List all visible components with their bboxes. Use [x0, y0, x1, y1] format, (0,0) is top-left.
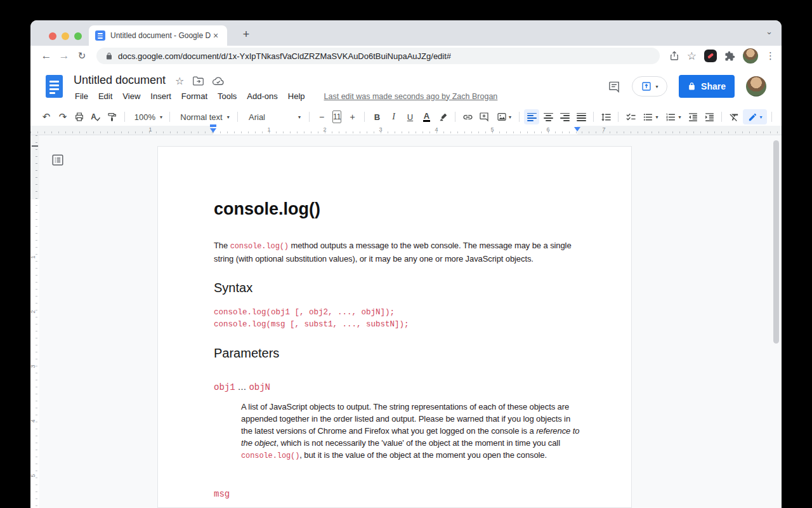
- spellcheck-button[interactable]: A: [88, 109, 103, 124]
- checklist-button[interactable]: [623, 109, 638, 124]
- forward-button[interactable]: →: [56, 48, 72, 64]
- line-spacing-button[interactable]: [598, 109, 613, 124]
- bold-button[interactable]: B: [369, 109, 384, 124]
- browser-menu-icon[interactable]: ⋮: [766, 50, 775, 62]
- ruler-number: 1: [30, 255, 36, 258]
- menu-edit[interactable]: Edit: [98, 91, 112, 101]
- doc-heading-title: console.log(): [214, 199, 320, 219]
- doc-param-obj-term: obj1 … objN: [214, 382, 270, 392]
- redo-button[interactable]: ↷: [55, 109, 70, 124]
- new-tab-button[interactable]: +: [237, 25, 255, 43]
- menu-bar: File Edit View Insert Format Tools Add-o…: [75, 91, 497, 101]
- font-select[interactable]: Arial▾: [242, 109, 304, 124]
- ruler-number: 3: [379, 126, 382, 133]
- docs-header: Untitled document ☆ File Edit View Inser…: [30, 66, 782, 108]
- share-page-icon[interactable]: [669, 51, 679, 61]
- browser-tab[interactable]: Untitled document - Google Do ×: [89, 25, 227, 46]
- star-document-icon[interactable]: ☆: [175, 75, 184, 87]
- first-line-indent-marker[interactable]: [210, 124, 216, 127]
- ruler-number: 5: [490, 126, 494, 133]
- horizontal-ruler[interactable]: 1 1 2 3 4 5 6 7: [30, 126, 782, 135]
- browser-profile-avatar[interactable]: [743, 48, 758, 64]
- document-page[interactable]: console.log() The console.log() method o…: [157, 146, 632, 508]
- ruler-number: 1: [148, 126, 152, 133]
- tab-search-chevron-icon[interactable]: ⌄: [766, 27, 773, 36]
- paint-format-button[interactable]: [105, 109, 120, 124]
- italic-button[interactable]: I: [386, 109, 401, 124]
- account-avatar[interactable]: [746, 76, 766, 97]
- add-comment-button[interactable]: [476, 109, 492, 124]
- zoom-select[interactable]: 100%▾: [129, 109, 165, 124]
- numbered-list-button[interactable]: ▾: [662, 109, 684, 124]
- insert-link-button[interactable]: [460, 109, 475, 124]
- share-button[interactable]: Share: [679, 75, 735, 98]
- insert-image-button[interactable]: ▾: [493, 109, 514, 124]
- clear-formatting-button[interactable]: [726, 109, 742, 124]
- ruler-number: 3: [30, 364, 36, 368]
- mac-minimize-button[interactable]: [62, 32, 69, 40]
- doc-intro-paragraph: The console.log() method outputs a messa…: [214, 239, 582, 265]
- editing-mode-button[interactable]: ▾: [743, 109, 767, 124]
- undo-button[interactable]: ↶: [39, 109, 54, 124]
- vertical-ruler[interactable]: 1 2 3 4 5: [30, 135, 39, 508]
- address-bar[interactable]: docs.google.com/document/d/1x-YxIpTNkasf…: [96, 48, 660, 64]
- google-docs-logo[interactable]: [46, 75, 63, 98]
- text-color-button[interactable]: A: [419, 109, 434, 124]
- align-justify-button[interactable]: [573, 109, 589, 124]
- menu-format[interactable]: Format: [181, 91, 207, 101]
- back-button[interactable]: ←: [38, 48, 55, 64]
- open-comments-icon[interactable]: [608, 81, 620, 93]
- reload-button[interactable]: ↻: [74, 48, 90, 64]
- highlight-color-button[interactable]: [435, 109, 450, 124]
- menu-insert[interactable]: Insert: [150, 91, 171, 101]
- formatting-toolbar: ↶ ↷ A 100%▾ Normal text▾ Arial▾ − 11 + B…: [30, 108, 782, 126]
- present-caret-icon: ▾: [656, 84, 658, 90]
- doc-heading-parameters: Parameters: [214, 346, 279, 361]
- align-right-button[interactable]: [557, 109, 572, 124]
- font-size-input[interactable]: 11: [332, 110, 341, 123]
- ruler-number: 1: [267, 126, 270, 133]
- document-title[interactable]: Untitled document: [74, 74, 166, 87]
- last-edit-link[interactable]: Last edit was made seconds ago by Zach B…: [324, 92, 498, 101]
- extensions-puzzle-icon[interactable]: [724, 51, 735, 62]
- align-left-button[interactable]: [524, 109, 539, 124]
- share-lock-icon: [688, 82, 696, 91]
- saved-to-drive-cloud-icon: [213, 77, 224, 86]
- tab-title: Untitled document - Google Do: [110, 31, 211, 40]
- present-button[interactable]: ▾: [632, 76, 667, 97]
- bulleted-list-button[interactable]: ▾: [639, 109, 661, 124]
- extension-badge-icon[interactable]: [704, 50, 717, 62]
- mac-close-button[interactable]: [49, 32, 56, 40]
- paragraph-styles-select[interactable]: Normal text▾: [174, 109, 233, 124]
- ruler-number: 4: [435, 126, 438, 133]
- google-docs-favicon: [95, 30, 105, 41]
- menu-tools[interactable]: Tools: [218, 91, 237, 101]
- bookmark-star-icon[interactable]: ☆: [687, 50, 697, 63]
- menu-view[interactable]: View: [122, 91, 140, 101]
- decrease-indent-button[interactable]: [685, 109, 700, 124]
- doc-param-msg-term: msg: [214, 488, 230, 499]
- lock-icon: [105, 52, 113, 60]
- menu-help[interactable]: Help: [288, 91, 305, 101]
- menu-file[interactable]: File: [75, 91, 88, 101]
- tab-close-icon[interactable]: ×: [213, 30, 218, 41]
- browser-toolbar: ← → ↻ docs.google.com/document/d/1x-YxIp…: [30, 46, 782, 66]
- ruler-number: 7: [602, 126, 605, 133]
- present-arrow-icon: [641, 81, 652, 91]
- menu-addons[interactable]: Add-ons: [247, 91, 277, 101]
- align-center-button[interactable]: [540, 109, 556, 124]
- decrease-font-size-button[interactable]: −: [314, 109, 329, 124]
- mac-zoom-button[interactable]: [74, 32, 82, 40]
- collapse-toolbar-button[interactable]: [776, 109, 782, 124]
- move-to-folder-icon[interactable]: [193, 76, 204, 86]
- increase-font-size-button[interactable]: +: [344, 109, 360, 124]
- ruler-number: 4: [30, 419, 36, 422]
- tab-strip: Untitled document - Google Do × + ⌄: [30, 20, 782, 46]
- scrollbar-thumb[interactable]: [773, 140, 779, 344]
- left-indent-marker[interactable]: [210, 128, 216, 133]
- underline-button[interactable]: U: [402, 109, 417, 124]
- document-outline-button[interactable]: [51, 153, 65, 167]
- increase-indent-button[interactable]: [702, 109, 717, 124]
- print-button[interactable]: [72, 109, 87, 124]
- right-indent-marker[interactable]: [574, 127, 580, 131]
